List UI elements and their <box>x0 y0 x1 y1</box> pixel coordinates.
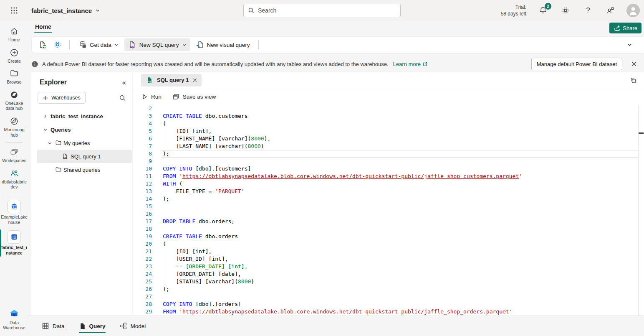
rail-item-workspaces[interactable]: Workspaces <box>0 145 28 166</box>
line-number[interactable]: 21 <box>133 248 152 255</box>
tree-item-sql-query-1[interactable]: SQL SQL query 1 <box>37 150 132 163</box>
code-line[interactable]: 16 <box>133 210 644 218</box>
rail-item-home[interactable]: Home <box>0 24 28 46</box>
code-editor[interactable]: 23CREATE TABLE dbo.customers4(5 [ID] [in… <box>133 105 644 316</box>
tree-item-queries[interactable]: Queries <box>31 123 132 136</box>
line-number[interactable]: 25 <box>133 278 152 285</box>
rail-item-fabric-test-instance[interactable]: fabric_test_instance <box>0 228 28 258</box>
new-visual-query-button[interactable]: New visual query <box>192 38 254 51</box>
code-line[interactable]: 29FROM 'https://dbtlabsynapsedatalake.bl… <box>133 308 644 316</box>
line-number[interactable]: 14 <box>133 195 152 203</box>
help-button[interactable]: ? <box>581 4 595 17</box>
code-line[interactable]: 15 <box>133 203 644 210</box>
rail-item-monitoring-hub[interactable]: Monitoring hub <box>0 114 28 140</box>
tree-item-my-queries[interactable]: My queries <box>31 136 132 150</box>
explorer-search-icon[interactable] <box>119 94 126 102</box>
line-number[interactable]: 22 <box>133 255 152 263</box>
get-data-button[interactable]: Get data <box>75 38 123 51</box>
view-tab-query[interactable]: Query <box>79 316 106 336</box>
code-line[interactable]: 14); <box>133 195 644 203</box>
line-number[interactable]: 15 <box>133 203 152 210</box>
tab-home[interactable]: Home <box>34 22 52 32</box>
code-line[interactable]: 9 <box>133 158 644 165</box>
line-number[interactable]: 8 <box>133 150 152 158</box>
warehouse-settings-button[interactable] <box>51 38 64 51</box>
save-as-view-button[interactable]: Save as view <box>172 93 216 100</box>
code-line[interactable]: 4( <box>133 120 644 127</box>
close-tab-icon[interactable] <box>192 78 197 83</box>
new-sql-query-button[interactable]: SQL New SQL query <box>124 38 190 51</box>
code-line[interactable]: 5 [ID] [int], <box>133 127 644 135</box>
feedback-button[interactable] <box>604 4 617 17</box>
code-line[interactable]: 6 [FIRST_NAME] [varchar](8000), <box>133 135 644 143</box>
line-number[interactable]: 16 <box>133 210 152 218</box>
line-number[interactable]: 20 <box>133 240 152 248</box>
line-number[interactable]: 27 <box>133 293 152 300</box>
manage-default-dataset-button[interactable]: Manage default Power BI dataset <box>531 58 622 70</box>
code-line[interactable]: 17DROP TABLE dbo.orders; <box>133 218 644 225</box>
ribbon-expand-chevron[interactable] <box>627 42 632 48</box>
code-line[interactable]: 13 FILE_TYPE = 'PARQUET' <box>133 188 644 195</box>
line-number[interactable]: 19 <box>133 233 152 240</box>
tab-sql-query-1[interactable]: SQL SQL query 1 <box>141 74 202 87</box>
rail-item-examplelakehouse[interactable]: ExampleLakehouse <box>0 197 28 228</box>
collapse-panel-icon[interactable]: « <box>122 79 126 86</box>
line-number[interactable]: 23 <box>133 263 152 270</box>
run-button[interactable]: Run <box>141 94 162 100</box>
code-line[interactable]: 7 [LAST_NAME] [varchar](8000) <box>133 143 644 150</box>
line-number[interactable]: 26 <box>133 285 152 293</box>
rail-item-dbtlabsfabricdev[interactable]: dbtlabsfabricdev <box>0 166 28 193</box>
code-line[interactable]: 20( <box>133 240 644 248</box>
code-line[interactable]: 22 [USER_ID] [int], <box>133 255 644 263</box>
code-line[interactable]: 28COPY INTO [dbo].[orders] <box>133 300 644 308</box>
code-line[interactable]: 21 [ID] [int], <box>133 248 644 255</box>
line-number[interactable]: 2 <box>133 105 152 112</box>
line-number[interactable]: 5 <box>133 127 152 135</box>
add-warehouses-button[interactable]: Warehouses <box>38 92 86 104</box>
line-number[interactable]: 28 <box>133 300 152 308</box>
view-tab-model[interactable]: Model <box>120 316 146 336</box>
code-line[interactable]: 19CREATE TABLE dbo.orders <box>133 233 644 240</box>
code-line[interactable]: 12WITH ( <box>133 180 644 188</box>
workspace-switcher[interactable]: fabric_test_instance <box>31 7 100 14</box>
app-launcher-waffle-icon[interactable] <box>7 3 21 18</box>
line-number[interactable]: 13 <box>133 188 152 195</box>
search-input[interactable] <box>258 7 396 14</box>
code-line[interactable]: 3CREATE TABLE dbo.customers <box>133 112 644 120</box>
rail-item-create[interactable]: Create <box>0 46 28 67</box>
rail-item-onelake-data-hub[interactable]: OneLake data hub <box>0 88 28 114</box>
line-number[interactable]: 7 <box>133 143 152 150</box>
notifications-button[interactable]: 2 <box>536 4 550 17</box>
tree-item-warehouse-root[interactable]: fabric_test_instance <box>31 109 132 123</box>
line-number[interactable]: 6 <box>133 135 152 143</box>
settings-button[interactable] <box>559 4 572 17</box>
code-line[interactable]: 11FROM 'https://dbtlabsynapsedatalake.bl… <box>133 173 644 180</box>
line-number[interactable]: 9 <box>133 158 152 165</box>
learn-more-link[interactable]: Learn more <box>393 61 428 67</box>
code-line[interactable]: 18 <box>133 225 644 233</box>
rail-item-browse[interactable]: Browse <box>0 66 28 88</box>
user-avatar[interactable] <box>626 4 640 17</box>
code-line[interactable]: 25 [STATUS] [varchar](8000) <box>133 278 644 285</box>
new-report-button[interactable] <box>36 38 49 51</box>
share-button[interactable]: Share <box>609 23 641 33</box>
code-line[interactable]: 27 <box>133 293 644 300</box>
line-number[interactable]: 12 <box>133 180 152 188</box>
banner-close-button[interactable] <box>628 58 640 70</box>
code-line[interactable]: 8); <box>133 150 644 158</box>
copy-button[interactable] <box>627 74 639 86</box>
line-number[interactable]: 17 <box>133 218 152 225</box>
code-line[interactable]: 26); <box>133 285 644 293</box>
view-tab-data[interactable]: Data <box>42 316 65 336</box>
code-line[interactable]: 10COPY INTO [dbo].[customers] <box>133 165 644 173</box>
code-line[interactable]: 23 -- [ORDER_DATE] [int], <box>133 263 644 270</box>
line-number[interactable]: 29 <box>133 308 152 316</box>
rail-item-data-warehouse[interactable]: Data Warehouse <box>0 305 28 333</box>
code-line[interactable]: 2 <box>133 105 644 112</box>
code-line[interactable]: 24 [ORDER_DATE] [date], <box>133 270 644 278</box>
line-number[interactable]: 18 <box>133 225 152 233</box>
line-number[interactable]: 24 <box>133 270 152 278</box>
tree-item-shared-queries[interactable]: Shared queries <box>31 163 132 176</box>
line-number[interactable]: 10 <box>133 165 152 173</box>
line-number[interactable]: 4 <box>133 120 152 127</box>
